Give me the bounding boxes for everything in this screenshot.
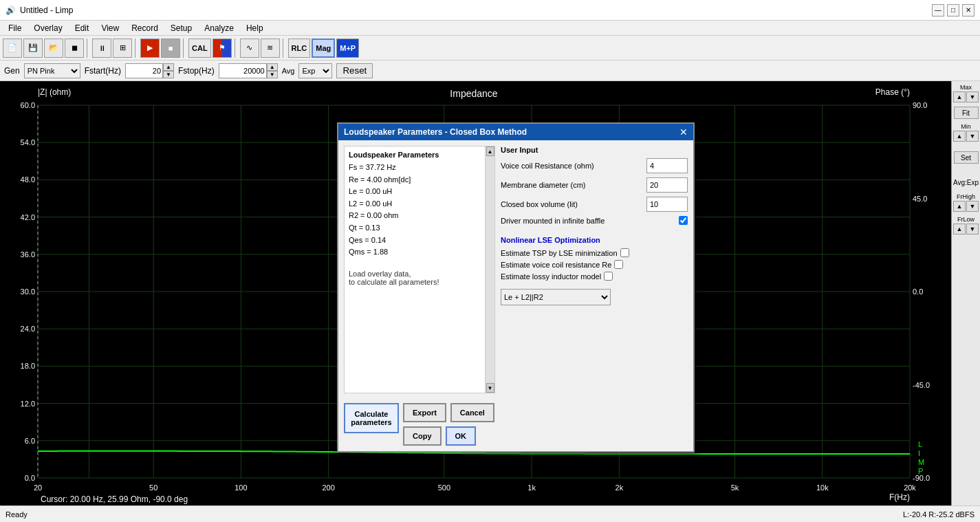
- avg-display: Avg:Exp: [953, 179, 979, 186]
- frlow-down-btn[interactable]: ▼: [966, 224, 979, 235]
- overlay-msg: Load overlay data, to calculate all para…: [349, 270, 490, 286]
- grid-button[interactable]: ⊞: [113, 39, 132, 58]
- param-l2: L2 = 0.00 uH: [349, 198, 490, 210]
- gen-label: Gen: [4, 66, 20, 76]
- stop-button[interactable]: ■: [161, 39, 180, 58]
- main-area: |Z| (ohm) Impedance Phase (°) Max ▲ ▼ Fi…: [0, 81, 980, 505]
- estimate-tsp-label: Estimate TSP by LSE minimization: [501, 249, 618, 257]
- menu-bar: File Overlay Edit View Record Setup Anal…: [0, 21, 980, 36]
- membrane-input[interactable]: [646, 177, 688, 193]
- export-button[interactable]: Export: [403, 403, 446, 422]
- fstop-input[interactable]: [219, 63, 267, 78]
- sine-button[interactable]: ∿: [240, 39, 259, 58]
- optimization-section: Nonlinear LSE Optimization Estimate TSP …: [501, 236, 688, 305]
- calculate-button[interactable]: Calculateparameters: [344, 403, 399, 433]
- close-button[interactable]: ✕: [962, 4, 974, 17]
- avg-label: Avg: [282, 67, 295, 75]
- closed-box-label: Closed box volume (lit): [501, 200, 646, 208]
- save-button[interactable]: 💾: [23, 39, 43, 58]
- max-label: Max: [960, 84, 972, 91]
- menu-edit[interactable]: Edit: [69, 22, 95, 34]
- overlay-msg1: Load overlay data,: [349, 270, 490, 278]
- min-label: Min: [961, 123, 971, 130]
- param-fs: Fs = 37.72 Hz: [349, 162, 490, 174]
- dialog-body: Loudspeaker Parameters Fs = 37.72 Hz Re …: [338, 140, 693, 399]
- max-up-btn[interactable]: ▲: [953, 91, 966, 102]
- dialog-footer: Calculateparameters Export Cancel Copy O…: [338, 399, 693, 451]
- set-button[interactable]: Set: [954, 151, 979, 164]
- user-input-title: User Input: [501, 146, 688, 154]
- loudspeaker-dialog[interactable]: Loudspeaker Parameters - Closed Box Meth…: [337, 122, 695, 453]
- menu-analyze[interactable]: Analyze: [199, 22, 239, 34]
- fstart-down[interactable]: ▼: [163, 71, 174, 78]
- voice-coil-label: Voice coil Resistance (ohm): [501, 162, 646, 170]
- fstart-label: Fstart(Hz): [85, 66, 121, 76]
- scroll-up[interactable]: ▲: [486, 146, 494, 156]
- maximize-button[interactable]: □: [947, 4, 959, 17]
- min-up-btn[interactable]: ▲: [953, 131, 966, 142]
- estimate-lossy-row: Estimate lossy inductor model: [501, 272, 688, 281]
- frlow-up-btn[interactable]: ▲: [953, 224, 966, 235]
- sep3: [183, 39, 186, 58]
- param-qms: Qms = 1.88: [349, 246, 490, 259]
- infinite-baffle-checkbox[interactable]: [679, 216, 688, 225]
- pause-button[interactable]: ⏸: [92, 39, 111, 58]
- menu-record[interactable]: Record: [126, 22, 164, 34]
- fstop-label: Fstop(Hz): [178, 66, 215, 76]
- open-button[interactable]: 📂: [44, 39, 63, 58]
- status-left: Ready: [6, 510, 28, 519]
- min-down-btn[interactable]: ▼: [966, 131, 979, 142]
- frhigh-down-btn[interactable]: ▼: [966, 201, 979, 212]
- scrollbar[interactable]: ▲ ▼: [485, 146, 494, 393]
- mag-button[interactable]: Mag: [312, 39, 335, 58]
- estimate-vc-checkbox[interactable]: [614, 260, 623, 269]
- minimize-button[interactable]: —: [932, 4, 944, 17]
- voice-coil-input[interactable]: [646, 158, 688, 173]
- param-qes: Qes = 0.14: [349, 235, 490, 247]
- play-button[interactable]: ▶: [140, 39, 160, 58]
- avg-select[interactable]: Exp Lin None: [298, 63, 332, 78]
- frhigh-label: FrHigh: [957, 193, 975, 200]
- model-select[interactable]: Le + L2||R2 Le only Le + R2: [501, 289, 611, 305]
- scroll-down[interactable]: ▼: [486, 383, 494, 393]
- fstart-up[interactable]: ▲: [163, 63, 174, 71]
- estimate-tsp-checkbox[interactable]: [620, 248, 629, 257]
- flag-button[interactable]: ⚑: [213, 39, 232, 58]
- param-re: Re = 4.00 ohm[dc]: [349, 174, 490, 186]
- fstop-down[interactable]: ▼: [267, 71, 278, 78]
- app-icon: 🔊: [6, 6, 16, 15]
- noise-button[interactable]: ≋: [261, 39, 280, 58]
- title-bar: 🔊 Untitled - Limp — □ ✕: [0, 0, 980, 21]
- menu-overlay[interactable]: Overlay: [28, 22, 67, 34]
- ok-button[interactable]: OK: [446, 426, 477, 446]
- mp-button[interactable]: M+P: [336, 39, 359, 58]
- fstop-up[interactable]: ▲: [267, 63, 278, 71]
- gen-select[interactable]: PN Pink Sine White Noise: [24, 63, 80, 78]
- fit-button[interactable]: Fit: [954, 107, 979, 119]
- menu-help[interactable]: Help: [241, 22, 269, 34]
- reset-button[interactable]: Reset: [336, 63, 373, 78]
- status-right: L:-20.4 R:-25.2 dBFS: [903, 510, 974, 519]
- cal-button[interactable]: CAL: [188, 39, 211, 58]
- estimate-vc-label: Estimate voice coil resistance Re: [501, 261, 611, 269]
- menu-view[interactable]: View: [96, 22, 124, 34]
- frhigh-up-btn[interactable]: ▲: [953, 201, 966, 212]
- param-button[interactable]: ◼: [65, 39, 84, 58]
- app-title: Untitled - Limp: [20, 6, 73, 15]
- sep5: [283, 39, 285, 58]
- menu-setup[interactable]: Setup: [165, 22, 197, 34]
- fstart-input[interactable]: [125, 63, 163, 78]
- menu-file[interactable]: File: [3, 22, 27, 34]
- membrane-label: Membrane diameter (cm): [501, 181, 646, 189]
- closed-box-input[interactable]: [646, 197, 688, 212]
- estimate-tsp-row: Estimate TSP by LSE minimization: [501, 248, 688, 257]
- copy-button[interactable]: Copy: [403, 426, 442, 446]
- estimate-lossy-checkbox[interactable]: [604, 272, 613, 281]
- max-down-btn[interactable]: ▼: [966, 91, 979, 102]
- cancel-button[interactable]: Cancel: [450, 403, 494, 422]
- frlow-label: FrLow: [957, 216, 974, 223]
- parameters-list: Fs = 37.72 Hz Re = 4.00 ohm[dc] Le = 0.0…: [349, 162, 490, 259]
- new-button[interactable]: 📄: [3, 39, 22, 58]
- dialog-close-button[interactable]: ✕: [679, 127, 688, 138]
- rlc-button[interactable]: RLC: [288, 39, 311, 58]
